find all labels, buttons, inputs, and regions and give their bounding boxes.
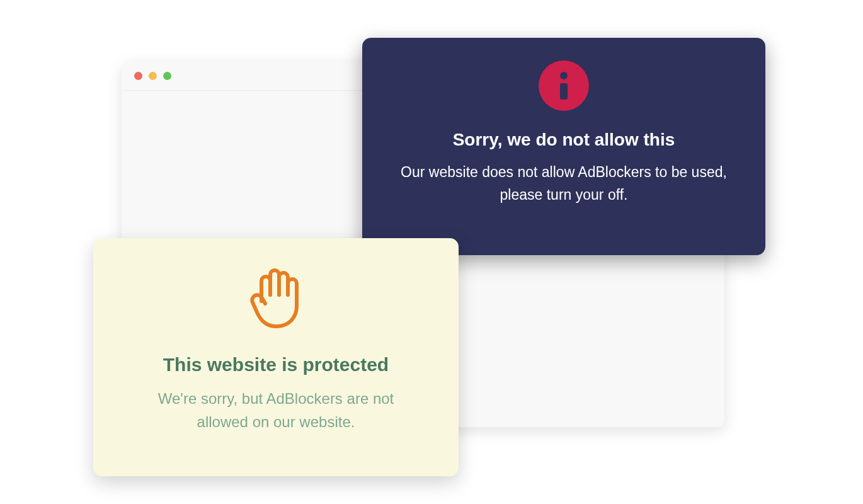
minimize-icon[interactable]	[149, 72, 157, 80]
svg-point-0	[560, 72, 568, 79]
maximize-icon[interactable]	[163, 72, 171, 80]
dark-card-title: Sorry, we do not allow this	[453, 130, 675, 150]
hand-stop-icon	[248, 263, 304, 335]
light-card-text: We're sorry, but AdBlockers are not allo…	[131, 387, 421, 433]
close-icon[interactable]	[134, 72, 142, 80]
info-icon	[539, 60, 589, 111]
adblock-warning-card-light: This website is protected We're sorry, b…	[93, 238, 459, 476]
adblock-warning-card-dark: Sorry, we do not allow this Our website …	[362, 38, 765, 255]
light-card-title: This website is protected	[163, 354, 389, 375]
dark-card-text: Our website does not allow AdBlockers to…	[400, 161, 728, 206]
svg-rect-1	[560, 83, 568, 100]
